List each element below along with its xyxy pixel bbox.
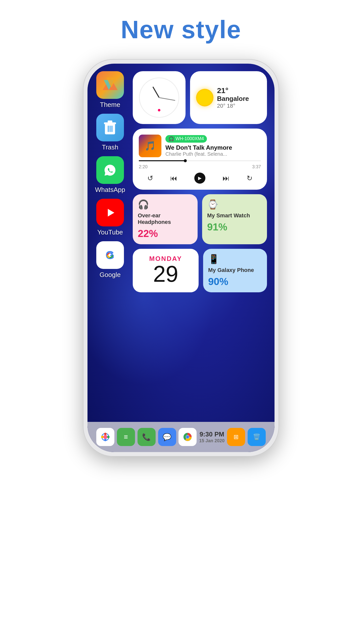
svg-point-19: [104, 439, 107, 441]
apps-column: Theme Trash: [95, 71, 125, 279]
hour-hand: [152, 87, 159, 98]
weather-temp: 21°: [217, 86, 228, 95]
clock-dot: [158, 109, 160, 111]
weather-widget: 21° Bangalore 20° 18°: [190, 71, 267, 124]
dock-icon-phone[interactable]: 📞: [138, 428, 156, 446]
device-widgets-row: 🎧 Over-ear Headphones 22% ⌚ My Smart Wat…: [133, 194, 267, 244]
app-trash[interactable]: Trash: [95, 114, 125, 151]
headphones-pct: 22%: [138, 228, 193, 239]
galaxy-phone-widget: 📱 My Galaxy Phone 90%: [203, 249, 267, 292]
phone-dock: ≡ 📞 💬 9:30 PM 15 Jan 2020: [87, 422, 275, 452]
weather-temp-city: 21° Bangalore: [217, 86, 261, 103]
dock-icon-chrome[interactable]: [178, 428, 197, 446]
google-label: Google: [100, 271, 121, 279]
dock-icon-messages[interactable]: 💬: [158, 428, 176, 446]
phone-screen: Theme Trash: [87, 64, 275, 452]
trash-icon: [96, 114, 124, 141]
app-google[interactable]: G Google: [95, 241, 125, 279]
watch-icon: ⌚: [207, 199, 262, 210]
watch-name: My Smart Watch: [207, 212, 262, 219]
song-artist: Charlie Puth (feat. Selena...: [165, 151, 261, 157]
playback-controls: ↺ ⏮ ▶ ⏭ ↻: [139, 173, 261, 184]
forward-button[interactable]: ↻: [247, 174, 252, 182]
theme-icon: [96, 71, 124, 99]
watch-widget: ⌚ My Smart Watch 91%: [202, 194, 267, 244]
weather-range: 20° 18°: [217, 103, 261, 109]
time-current: 2:20: [139, 164, 148, 170]
dock-icon-grid[interactable]: ⊞: [227, 428, 245, 446]
whatsapp-icon: [96, 156, 124, 184]
album-art: 🎵: [139, 135, 161, 157]
dock-time-date: 15 Jan 2020: [199, 438, 224, 444]
app-theme[interactable]: Theme: [95, 71, 125, 109]
youtube-label: YouTube: [97, 228, 123, 236]
calendar-widget: MONDAY 29: [133, 249, 199, 292]
play-button[interactable]: ▶: [194, 173, 205, 184]
app-youtube[interactable]: YouTube: [95, 199, 125, 236]
weather-top: 21° Bangalore 20° 18°: [196, 86, 261, 109]
music-widget: 🎵 🎧 WH-1000XM4 We Don't Talk Anymore Cha…: [133, 129, 267, 190]
clock-widget: [133, 71, 186, 124]
svg-point-16: [101, 436, 104, 438]
svg-point-17: [107, 436, 110, 438]
headphones-widget: 🎧 Over-ear Headphones 22%: [133, 194, 198, 244]
clock-face: [139, 77, 179, 118]
galaxy-phone-pct: 90%: [208, 276, 262, 287]
watch-pct: 91%: [207, 221, 262, 233]
time-total: 3:37: [252, 164, 261, 170]
app-whatsapp[interactable]: WhatsApp: [95, 156, 125, 194]
dock-icon-trash-dock[interactable]: 🗑️: [248, 428, 266, 446]
svg-rect-6: [108, 126, 109, 132]
svg-rect-7: [110, 126, 111, 132]
bottom-widgets-row: MONDAY 29 📱 My Galaxy Phone 90%: [133, 249, 267, 292]
music-info: 🎧 WH-1000XM4 We Don't Talk Anymore Charl…: [165, 135, 261, 157]
galaxy-phone-name: My Galaxy Phone: [208, 267, 262, 273]
progress-fill: [139, 160, 185, 161]
headphone-icon: 🎧: [168, 136, 174, 142]
svg-rect-8: [111, 126, 113, 132]
headphones-name: Over-ear Headphones: [138, 212, 193, 225]
time-row: 2:20 3:37: [139, 164, 261, 170]
google-icon: G: [96, 241, 124, 269]
top-widgets-row: 21° Bangalore 20° 18°: [133, 71, 267, 124]
svg-rect-5: [108, 120, 112, 123]
weather-text: 21° Bangalore 20° 18°: [217, 86, 261, 109]
page-title: New style: [121, 15, 241, 44]
whatsapp-label: WhatsApp: [95, 186, 125, 194]
next-button[interactable]: ⏭: [222, 174, 230, 182]
youtube-icon: [96, 199, 124, 226]
svg-point-22: [186, 435, 189, 439]
galaxy-phone-icon: 📱: [208, 254, 262, 264]
weather-city: Bangalore: [217, 95, 249, 102]
prev-button[interactable]: ⏮: [170, 174, 177, 182]
sun-icon: [196, 89, 213, 106]
headphone-label: WH-1000XM4: [175, 136, 204, 141]
minute-hand: [159, 97, 175, 101]
widgets-area: 21° Bangalore 20° 18° 🎵 🎧 W: [133, 71, 267, 292]
svg-point-18: [104, 433, 107, 435]
headphones-icon: 🎧: [138, 199, 193, 210]
rewind-button[interactable]: ↺: [147, 174, 153, 182]
dock-icon-photos[interactable]: [96, 428, 114, 446]
calendar-date: 29: [153, 263, 178, 285]
music-top: 🎵 🎧 WH-1000XM4 We Don't Talk Anymore Cha…: [139, 135, 261, 157]
dock-time-main: 9:30 PM: [200, 430, 224, 438]
dock-icon-list[interactable]: ≡: [117, 428, 135, 446]
progress-dot: [184, 159, 187, 162]
trash-label: Trash: [102, 143, 118, 151]
theme-label: Theme: [100, 101, 120, 109]
headphone-badge: 🎧 WH-1000XM4: [165, 135, 207, 143]
song-title: We Don't Talk Anymore: [165, 144, 261, 151]
phone-shell: Theme Trash: [83, 59, 279, 457]
dock-time: 9:30 PM 15 Jan 2020: [199, 430, 224, 444]
progress-bar[interactable]: [139, 160, 261, 161]
svg-point-14: [103, 435, 107, 439]
